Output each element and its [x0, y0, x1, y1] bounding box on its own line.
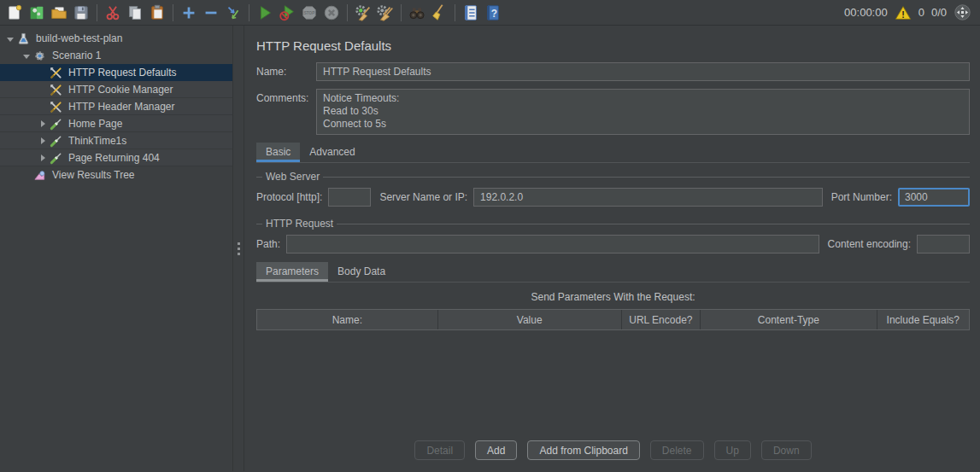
column-header-url-encode: URL Encode? — [621, 310, 700, 329]
toggle-icon[interactable] — [222, 2, 244, 24]
toolbar-separator — [401, 4, 402, 21]
log-error-count: 0 — [918, 6, 924, 19]
tree-item-label: HTTP Cookie Manager — [68, 84, 173, 96]
svg-text:!: ! — [901, 9, 905, 19]
start-no-pauses-icon[interactable] — [276, 2, 298, 24]
tree-item-label: Home Page — [68, 118, 122, 130]
add-button[interactable]: Add — [475, 440, 517, 460]
column-header-value: Value — [437, 310, 621, 329]
basic-advanced-tabs: Basic Advanced — [256, 143, 970, 163]
path-input[interactable] — [286, 235, 819, 253]
shutdown-icon[interactable] — [320, 2, 343, 24]
toolbar-separator — [347, 4, 348, 21]
function-helper-icon[interactable] — [460, 2, 482, 24]
svg-text:?: ? — [491, 8, 497, 20]
parameters-table-header: Name: Value URL Encode? Content-Type Inc… — [256, 309, 970, 330]
table-actions: Detail Add Add from Clipboard Delete Up … — [256, 440, 970, 460]
tree-item-label: HTTP Request Defaults — [68, 67, 177, 79]
tree-item-http-request-defaults[interactable]: HTTP Request Defaults — [0, 64, 232, 81]
down-button[interactable]: Down — [761, 440, 812, 460]
panel-splitter[interactable] — [232, 26, 244, 471]
name-label: Name: — [256, 66, 316, 78]
clear-icon[interactable] — [352, 2, 374, 24]
parameters-table-body[interactable] — [256, 330, 970, 440]
tree-item-thinktime1s[interactable]: ThinkTime1s — [0, 132, 232, 149]
page-title: HTTP Request Defaults — [256, 38, 970, 53]
tab-parameters[interactable]: Parameters — [256, 262, 328, 282]
test-plan-tree: build-web-test-plan Scenario 1 HTTP Requ… — [0, 26, 232, 471]
paste-icon[interactable] — [146, 2, 168, 24]
tree-item-label: HTTP Header Manager — [68, 101, 175, 113]
add-plus-icon[interactable] — [178, 2, 200, 24]
protocol-input[interactable] — [328, 188, 371, 207]
detail-button[interactable]: Detail — [414, 440, 465, 460]
search-icon[interactable] — [406, 2, 428, 24]
tab-body-data[interactable]: Body Data — [328, 262, 395, 282]
name-input[interactable] — [316, 62, 970, 81]
help-icon[interactable]: ? — [482, 2, 504, 24]
content-encoding-input[interactable] — [917, 235, 970, 253]
open-file-icon[interactable] — [48, 2, 70, 24]
tree-item-home-page[interactable]: Home Page — [0, 115, 232, 132]
comments-input[interactable]: Notice Timeouts: Read to 30s Connect to … — [316, 89, 970, 135]
server-name-input[interactable] — [473, 188, 823, 207]
tree-item-label: ThinkTime1s — [68, 135, 126, 147]
toolbar-separator — [97, 4, 97, 21]
templates-icon[interactable] — [26, 2, 48, 24]
remote-status-icon — [954, 3, 971, 21]
toolbar-separator — [173, 4, 173, 21]
svg-text:STOP: STOP — [304, 10, 314, 15]
tree-item-http-header-manager[interactable]: HTTP Header Manager — [0, 98, 232, 115]
up-button[interactable]: Up — [714, 440, 751, 460]
path-label: Path: — [256, 238, 280, 250]
expander-expanded-icon[interactable] — [20, 50, 33, 61]
delete-button[interactable]: Delete — [650, 440, 704, 460]
clear-search-icon[interactable] — [428, 2, 450, 24]
active-threads-count: 0/0 — [931, 6, 947, 19]
tree-item-label: View Results Tree — [52, 169, 135, 181]
add-from-clipboard-button[interactable]: Add from Clipboard — [527, 440, 639, 460]
port-number-input[interactable] — [898, 188, 970, 207]
tree-item-page-returning-404[interactable]: Page Returning 404 — [0, 149, 232, 166]
column-header-content-type: Content-Type — [700, 310, 877, 329]
tab-advanced[interactable]: Advanced — [300, 143, 364, 162]
config-element-icon — [50, 100, 65, 114]
column-header-include-equals: Include Equals? — [877, 310, 969, 329]
expander-collapsed-icon[interactable] — [36, 135, 50, 147]
config-element-icon — [50, 66, 65, 79]
expander-expanded-icon[interactable] — [3, 32, 17, 44]
new-file-icon[interactable] — [3, 2, 26, 24]
comments-label: Comments: — [256, 89, 316, 104]
expander-collapsed-icon[interactable] — [36, 152, 50, 164]
tree-item-test-plan[interactable]: build-web-test-plan — [0, 30, 232, 47]
expander-collapsed-icon[interactable] — [36, 118, 50, 130]
stop-icon[interactable]: STOP — [298, 2, 320, 24]
web-server-group-legend: Web Server — [256, 171, 970, 183]
clear-all-icon[interactable] — [374, 2, 396, 24]
copy-icon[interactable] — [124, 2, 146, 24]
tree-item-http-cookie-manager[interactable]: HTTP Cookie Manager — [0, 81, 232, 98]
tree-item-view-results-tree[interactable]: View Results Tree — [0, 166, 232, 184]
warning-icon[interactable]: ! — [895, 5, 912, 20]
start-icon[interactable] — [254, 2, 276, 24]
thread-group-icon — [33, 49, 49, 62]
http-request-defaults-panel: HTTP Request Defaults Name: Comments: No… — [244, 26, 980, 471]
save-icon[interactable] — [70, 2, 92, 24]
toolbar-separator — [249, 4, 249, 21]
protocol-label: Protocol [http]: — [256, 191, 322, 203]
test-plan-icon — [17, 32, 32, 45]
remove-minus-icon[interactable] — [200, 2, 222, 24]
tree-item-label: Scenario 1 — [52, 50, 101, 61]
tree-item-thread-group[interactable]: Scenario 1 — [0, 47, 232, 64]
http-request-group-legend: HTTP Request — [256, 218, 970, 230]
tree-item-label: build-web-test-plan — [36, 32, 122, 44]
toolbar: STOP ? 00:00:00 ! 0 0/0 — [0, 0, 980, 26]
sampler-icon — [50, 151, 65, 165]
parameters-table-caption: Send Parameters With the Request: — [256, 284, 970, 309]
elapsed-timer: 00:00:00 — [844, 6, 888, 19]
cut-icon[interactable] — [102, 2, 124, 24]
splitter-grip-icon — [238, 242, 240, 255]
tab-basic[interactable]: Basic — [256, 143, 300, 162]
tree-item-label: Page Returning 404 — [68, 152, 160, 164]
results-tree-icon — [33, 168, 49, 182]
